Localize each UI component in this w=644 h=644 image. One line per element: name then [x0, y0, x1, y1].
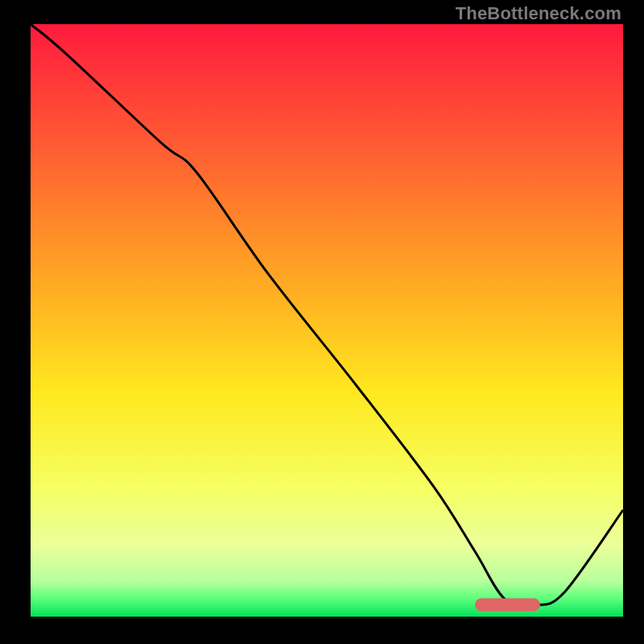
chart-container: TheBottleneck.com — [0, 0, 644, 644]
chart-svg — [31, 24, 623, 617]
plot-area — [31, 24, 623, 617]
watermark-text: TheBottleneck.com — [456, 3, 621, 24]
optimal-band-marker — [475, 598, 540, 611]
gradient-background — [31, 24, 623, 617]
